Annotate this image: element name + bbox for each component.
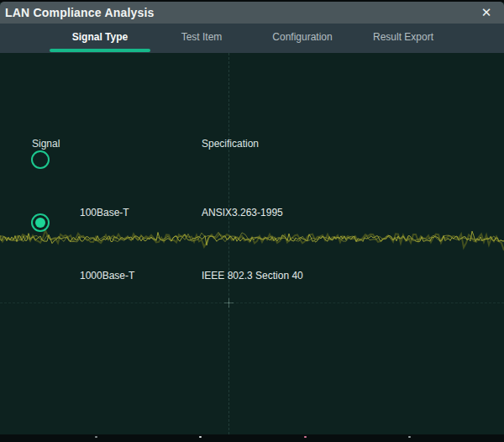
tab-bar: Signal Type Test Item Configuration Resu… xyxy=(0,24,504,53)
tab-test-item[interactable]: Test Item xyxy=(151,24,252,53)
dialog-titlebar: LAN Compliance Analysis ✕ xyxy=(0,2,504,24)
radio-1000base-t[interactable] xyxy=(31,213,50,232)
dialog-title: LAN Compliance Analysis xyxy=(5,2,155,24)
column-header-signal: Signal xyxy=(32,138,60,150)
bottom-tick-2 xyxy=(304,436,307,438)
signal-label-1000base-t: 1000Base-T xyxy=(80,270,134,282)
spec-label-1000base-t: IEEE 802.3 Section 40 xyxy=(202,270,303,282)
active-tab-underline xyxy=(50,49,150,52)
column-header-specification: Specification xyxy=(202,138,259,150)
radio-100base-t[interactable] xyxy=(31,150,50,169)
tab-signal-type-label: Signal Type xyxy=(72,24,128,51)
spec-label-100base-t: ANSIX3.263-1995 xyxy=(202,207,283,218)
grid-horizontal-line xyxy=(0,303,504,303)
dialog-body: Signal Specification 100Base-T ANSIX3.26… xyxy=(0,53,504,434)
signal-label-100base-t: 100Base-T xyxy=(80,207,129,218)
bottom-tick-0 xyxy=(95,436,97,438)
tab-configuration-label: Configuration xyxy=(272,24,332,51)
grid-center-tick-horizontal xyxy=(224,303,234,303)
tab-test-item-label: Test Item xyxy=(181,24,223,51)
waveform-trace xyxy=(0,229,504,251)
bottom-tick-1 xyxy=(199,436,202,438)
bottom-tick-3 xyxy=(408,436,411,438)
tab-result-export[interactable]: Result Export xyxy=(353,24,454,53)
tab-signal-type[interactable]: Signal Type xyxy=(50,24,150,53)
tab-configuration[interactable]: Configuration xyxy=(252,24,353,53)
lan-compliance-dialog: LAN Compliance Analysis ✕ Signal Type Te… xyxy=(0,0,504,442)
screen-bottom-bar xyxy=(0,434,504,442)
close-icon[interactable]: ✕ xyxy=(477,2,496,24)
tab-result-export-label: Result Export xyxy=(373,24,433,51)
